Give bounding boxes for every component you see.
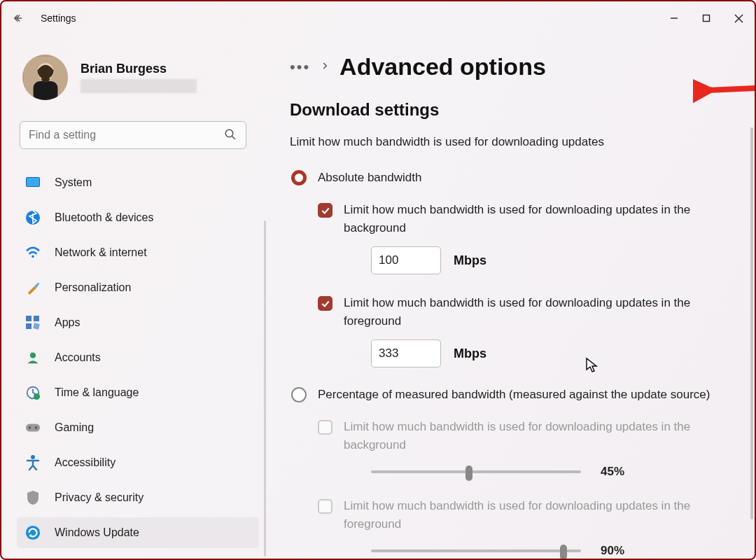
checkbox-checked-icon	[318, 296, 332, 311]
svg-rect-16	[34, 316, 39, 321]
sidebar-item-label: Time & language	[55, 386, 139, 399]
checkbox-limit-foreground[interactable]: Limit how much bandwidth is used for dow…	[318, 294, 742, 330]
sidebar-item-label: Network & internet	[55, 246, 147, 259]
unit-label: Mbps	[454, 253, 486, 268]
input-row-foreground: Mbps	[371, 340, 742, 368]
close-icon	[734, 14, 743, 23]
sidebar: Brian Burgess System Bluetooth & devices	[1, 35, 266, 559]
paintbrush-icon	[25, 280, 41, 295]
app-title: Settings	[41, 13, 76, 24]
slider-row-foreground: 90%	[371, 542, 742, 559]
svg-point-26	[26, 526, 40, 540]
radio-percentage-bandwidth[interactable]: Percentage of measured bandwidth (measur…	[291, 387, 742, 402]
sidebar-item-network[interactable]: Network & internet	[17, 237, 259, 268]
body: Brian Burgess System Bluetooth & devices	[1, 35, 755, 559]
input-row-background: Mbps	[371, 246, 742, 274]
svg-rect-2	[704, 15, 710, 22]
checkbox-label: Limit how much bandwidth is used for dow…	[344, 418, 722, 454]
minimize-button[interactable]	[658, 4, 690, 32]
svg-point-21	[34, 393, 40, 400]
svg-point-24	[35, 426, 38, 429]
profile-text: Brian Burgess	[80, 62, 197, 93]
sidebar-item-apps[interactable]: Apps	[17, 307, 259, 338]
profile[interactable]: Brian Burgess	[17, 48, 259, 114]
sidebar-item-label: Bluetooth & devices	[55, 211, 153, 224]
display-icon	[25, 175, 41, 190]
sidebar-item-label: Accessibility	[55, 456, 115, 469]
svg-point-23	[29, 426, 31, 429]
checkbox-disabled-icon	[318, 420, 332, 435]
sidebar-item-windows-update[interactable]: Windows Update	[17, 517, 259, 548]
search-input[interactable]	[20, 121, 246, 149]
svg-line-29	[706, 85, 755, 90]
svg-point-9	[225, 130, 233, 137]
checkbox-label: Limit how much bandwidth is used for dow…	[344, 201, 722, 237]
slider-row-background: 45%	[371, 463, 742, 480]
page-title: Advanced options	[340, 53, 546, 80]
unit-label: Mbps	[454, 346, 486, 361]
checkbox-pct-background: Limit how much bandwidth is used for dow…	[318, 418, 742, 454]
slider-value: 45%	[601, 465, 624, 479]
back-button[interactable]	[10, 10, 27, 27]
breadcrumb-ellipsis-button[interactable]: •••	[290, 58, 310, 76]
slider-value: 90%	[601, 544, 624, 558]
sidebar-item-label: Windows Update	[55, 526, 139, 539]
close-button[interactable]	[722, 4, 755, 32]
maximize-button[interactable]	[690, 4, 722, 32]
settings-window: Settings	[0, 0, 756, 560]
maximize-icon	[702, 14, 710, 22]
bluetooth-icon	[25, 210, 41, 225]
sidebar-item-system[interactable]: System	[17, 167, 259, 198]
radio-absolute-bandwidth[interactable]: Absolute bandwidth	[291, 170, 742, 186]
svg-rect-15	[26, 316, 31, 321]
sidebar-item-label: Apps	[55, 316, 80, 329]
clock-globe-icon	[25, 385, 41, 400]
user-name: Brian Burgess	[80, 62, 197, 76]
search-wrap	[20, 121, 246, 149]
checkbox-label: Limit how much bandwidth is used for dow…	[344, 294, 722, 330]
foreground-pct-slider	[371, 542, 581, 559]
foreground-limit-input[interactable]	[371, 340, 441, 368]
nav-list: System Bluetooth & devices Network & int…	[17, 167, 259, 552]
sidebar-item-label: Gaming	[55, 421, 94, 434]
sidebar-item-accessibility[interactable]: Accessibility	[17, 447, 259, 478]
slider-thumb	[465, 465, 472, 481]
chevron-right-icon	[320, 61, 330, 74]
sidebar-item-bluetooth[interactable]: Bluetooth & devices	[17, 202, 259, 233]
checkbox-label: Limit how much bandwidth is used for dow…	[344, 497, 722, 533]
absolute-options: Limit how much bandwidth is used for dow…	[318, 201, 742, 368]
svg-point-8	[41, 76, 50, 83]
sidebar-item-privacy[interactable]: Privacy & security	[17, 482, 259, 513]
avatar	[22, 55, 68, 100]
slider-track	[371, 550, 581, 552]
percentage-options: Limit how much bandwidth is used for dow…	[318, 418, 742, 559]
sidebar-item-time-language[interactable]: Time & language	[17, 377, 259, 408]
checkbox-limit-background[interactable]: Limit how much bandwidth is used for dow…	[318, 201, 742, 237]
background-pct-slider	[371, 463, 581, 480]
background-limit-input[interactable]	[371, 246, 441, 274]
sidebar-item-label: Privacy & security	[55, 491, 144, 504]
content-scrollbar[interactable]	[750, 127, 753, 519]
svg-point-14	[31, 255, 34, 258]
svg-rect-12	[27, 178, 39, 186]
svg-line-10	[232, 136, 235, 139]
accessibility-icon	[25, 455, 41, 470]
sidebar-item-personalization[interactable]: Personalization	[17, 272, 259, 303]
svg-rect-7	[33, 81, 57, 100]
arrow-left-icon	[12, 12, 24, 24]
sidebar-item-label: Personalization	[55, 281, 131, 294]
sidebar-item-gaming[interactable]: Gaming	[17, 412, 259, 443]
apps-icon	[25, 315, 41, 330]
minimize-icon	[670, 14, 678, 22]
titlebar-left: Settings	[10, 10, 76, 27]
radio-unchecked-icon	[291, 387, 307, 402]
slider-track	[371, 470, 581, 473]
shield-icon	[25, 490, 41, 505]
content-pane: ••• Advanced options Download settings L…	[266, 35, 755, 559]
window-controls	[658, 4, 755, 32]
user-email-hidden	[80, 79, 197, 93]
wifi-icon	[25, 245, 41, 260]
sidebar-item-label: System	[55, 176, 92, 189]
section-title: Download settings	[290, 100, 742, 120]
sidebar-item-accounts[interactable]: Accounts	[17, 342, 259, 373]
